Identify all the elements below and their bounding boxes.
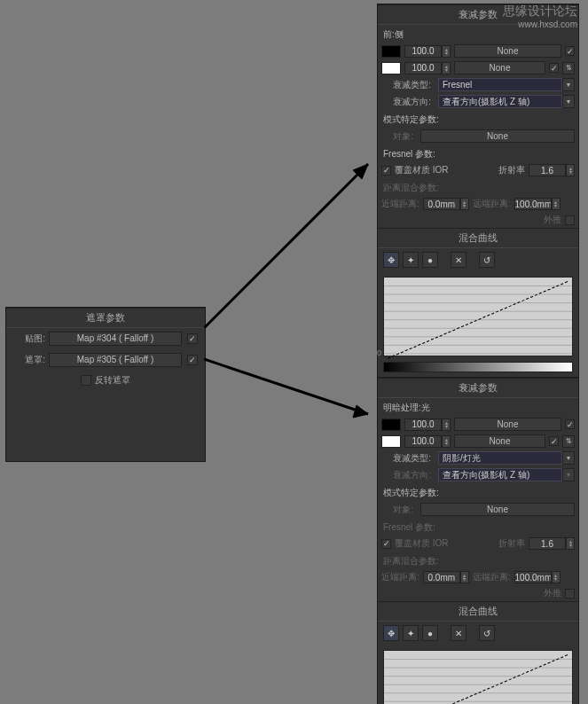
color-1-swatch-b[interactable]: [381, 418, 401, 431]
override-ior-checkbox[interactable]: ✓: [381, 166, 391, 176]
arrow-top: [204, 151, 381, 328]
value-1-input: [404, 45, 442, 58]
light-label: 明暗处理:光: [378, 398, 578, 416]
curve-grid-b: [384, 651, 572, 704]
map-label: 贴图:: [13, 332, 45, 345]
watermark-cn: 思缘设计论坛: [503, 4, 577, 20]
curve-gradient: [383, 362, 573, 372]
far-label-b: 远端距离:: [473, 571, 511, 583]
far-label: 远端距离:: [473, 198, 511, 210]
far-spinner-b: ▴▾: [514, 571, 561, 583]
object-button: None: [420, 129, 575, 143]
near-spinner: ▴▾: [423, 198, 469, 210]
ior-spinner[interactable]: ▴▾: [529, 164, 575, 176]
swap-button-b[interactable]: ⇅: [562, 435, 575, 448]
object-label: 对象:: [381, 130, 417, 143]
override-ior-label: 覆盖材质 IOR: [395, 164, 449, 176]
curve-rollup[interactable]: 混合曲线: [378, 228, 578, 248]
override-ior-checkbox-b: ✓: [381, 539, 391, 549]
value-2-spinner-b[interactable]: ▴▾: [404, 435, 451, 448]
falloff-rollup-b[interactable]: 衰减参数: [378, 378, 578, 398]
far-spinner: ▴▾: [514, 198, 561, 210]
move-tool[interactable]: ✥: [383, 252, 399, 268]
curve-toolbar-b: ✥ ✦ ● ✕ ↺: [378, 622, 578, 645]
object-label-b: 对象:: [381, 504, 417, 516]
mask-title[interactable]: 遮罩参数: [6, 308, 205, 328]
near-spinner-b: ▴▾: [423, 571, 469, 583]
ior-spinner-b: ▴▾: [529, 537, 575, 550]
mask-button[interactable]: Map #305 ( Falloff ): [49, 353, 182, 367]
falloff-dir-dropdown-b: 查看方向(摄影机 Z 轴)▼: [438, 468, 575, 481]
extrap-checkbox: [565, 215, 575, 225]
svg-line-0: [204, 164, 368, 328]
map-2-button[interactable]: None: [454, 61, 545, 74]
extrap-checkbox-b: [565, 589, 575, 598]
arrow-bottom: [204, 352, 381, 441]
scale-tool[interactable]: ✦: [403, 252, 419, 268]
invert-checkbox[interactable]: [81, 375, 91, 386]
mask-enable-checkbox[interactable]: ✓: [187, 355, 198, 365]
falloff-type-label-b: 衰减类型:: [381, 452, 435, 465]
mask-panel: 遮罩参数 贴图: Map #304 ( Falloff ) ✓ 遮罩: Map …: [5, 307, 206, 462]
falloff-type-dropdown[interactable]: Fresnel▼: [438, 78, 575, 91]
ior-input: [529, 164, 566, 176]
mode-section-b: 模式特定参数:: [378, 483, 578, 501]
chevron-down-icon: ▼: [562, 95, 575, 108]
dist-section-b: 距离混合参数:: [378, 551, 578, 569]
color-1-swatch[interactable]: [381, 45, 401, 58]
map-1-button-b[interactable]: None: [454, 418, 561, 431]
color-2-swatch-b[interactable]: [381, 435, 401, 448]
move-tool-b[interactable]: ✥: [383, 625, 399, 641]
dist-section: 距离混合参数:: [378, 178, 578, 196]
curve-rollup-b[interactable]: 混合曲线: [378, 601, 578, 622]
add-point-tool[interactable]: ●: [422, 252, 438, 268]
map-button[interactable]: Map #304 ( Falloff ): [49, 332, 182, 346]
extrap-label: 外推: [544, 214, 561, 226]
scale-tool-b[interactable]: ✦: [403, 625, 419, 641]
map-1-checkbox-b[interactable]: ✓: [565, 419, 575, 429]
value-1-spinner-b[interactable]: ▴▾: [404, 418, 451, 431]
ior-label: 折射率: [498, 164, 525, 176]
value-2-input: [404, 62, 442, 74]
map-2-checkbox[interactable]: ✓: [549, 63, 559, 73]
falloff-type-dropdown-b[interactable]: 阴影/灯光▼: [438, 451, 575, 465]
add-point-tool-b[interactable]: ●: [422, 625, 438, 641]
object-button-b: None: [420, 503, 575, 516]
map-2-checkbox-b[interactable]: ✓: [549, 436, 559, 446]
color-2-swatch[interactable]: [381, 62, 401, 74]
falloff-panel-top: 衰减参数 前:侧 ▴▾ None ✓ ▴▾ None ✓ ⇅ 衰减类型: Fre…: [377, 4, 579, 379]
map-enable-checkbox[interactable]: ✓: [187, 333, 198, 344]
chevron-down-icon: ▼: [562, 468, 575, 481]
curve-editor[interactable]: 0: [383, 277, 573, 356]
chevron-down-icon: ▼: [562, 451, 575, 465]
override-ior-label-b: 覆盖材质 IOR: [395, 537, 449, 550]
map-2-button-b[interactable]: None: [454, 434, 545, 448]
swap-button[interactable]: ⇅: [562, 62, 575, 74]
curve-editor-b[interactable]: [383, 650, 573, 704]
value-1-spinner[interactable]: ▴▾: [404, 45, 451, 58]
watermark-url: www.hxsd.com: [503, 20, 577, 29]
reset-tool[interactable]: ↺: [479, 252, 495, 268]
falloff-panel-bottom: 衰减参数 明暗处理:光 ▴▾ None ✓ ▴▾ None ✓ ⇅ 衰减类型: …: [377, 377, 579, 704]
falloff-dir-label: 衰减方向:: [381, 96, 435, 108]
fresnel-section: Fresnel 参数:: [378, 145, 578, 162]
map-1-checkbox[interactable]: ✓: [565, 46, 575, 56]
near-label-b: 近端距离:: [381, 571, 419, 583]
curve-grid: [384, 278, 572, 362]
map-1-button[interactable]: None: [454, 44, 561, 58]
ior-label-b: 折射率: [498, 537, 525, 550]
watermark: 思缘设计论坛 www.hxsd.com: [503, 4, 577, 29]
value-2-spinner[interactable]: ▴▾: [404, 62, 451, 74]
fresnel-section-b: Fresnel 参数:: [378, 518, 578, 536]
falloff-dir-dropdown[interactable]: 查看方向(摄影机 Z 轴)▼: [438, 95, 575, 108]
reset-tool-b[interactable]: ↺: [479, 625, 495, 641]
chevron-down-icon: ▼: [562, 78, 575, 91]
invert-label: 反转遮罩: [95, 374, 130, 387]
delete-tool-b[interactable]: ✕: [451, 625, 466, 641]
falloff-dir-label-b: 衰减方向:: [381, 469, 435, 481]
falloff-type-label: 衰减类型:: [381, 79, 435, 91]
svg-marker-3: [353, 405, 368, 418]
delete-tool[interactable]: ✕: [451, 252, 466, 268]
svg-line-2: [204, 359, 368, 414]
mask-label: 遮罩:: [13, 354, 45, 366]
